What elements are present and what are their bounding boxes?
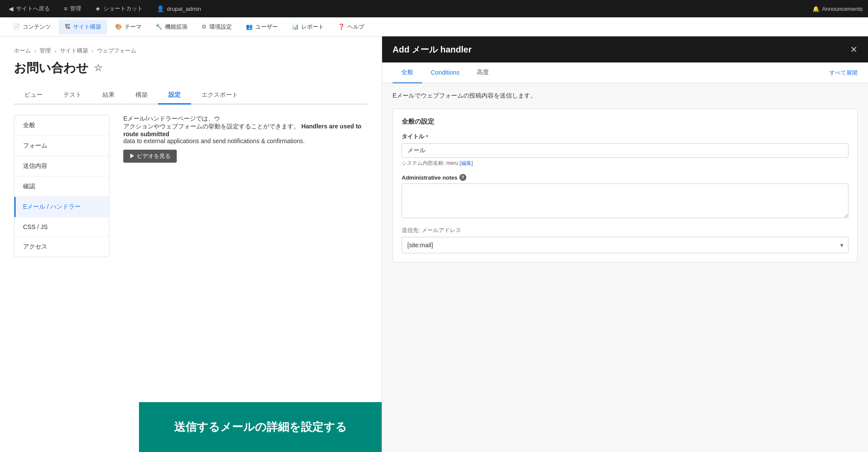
page-title-text: お問い合わせ [14,60,89,76]
menu-icon: ≡ [64,5,67,12]
modal-tabs: 全般 Conditions 高度 すべて展開 [382,62,868,83]
site-structure-icon: 🏗 [65,23,70,30]
help-icon: ❓ [338,23,345,30]
title-input[interactable] [402,143,848,158]
back-to-site-label: サイトへ戻る [16,5,50,13]
breadcrumb-webform[interactable]: ウェブフォーム [97,47,136,55]
section-title: 全般の設定 [402,118,848,126]
env-icon: ⚙ [201,23,207,30]
content-label: コンテンツ [23,23,51,31]
user-label: drupal_admin [167,6,201,12]
theme-label: テーマ [125,23,142,31]
edit-system-name-link[interactable]: 編集 [461,160,472,166]
form-section-general: 全般の設定 タイトル * システム内部名称: meru [編集] [393,108,858,262]
overlay-banner: 送信するメールの詳細を設定する [139,402,382,452]
star-icon: ★ [95,5,101,12]
nav-users[interactable]: 👥 ユーザー [240,20,284,34]
title-label: タイトル * [402,133,848,141]
modal-body: Eメールでウェブフォームの投稿内容を送信します。 全般の設定 タイトル * シス… [382,83,868,452]
close-button[interactable]: ✕ [850,44,858,55]
bell-icon: 🔔 [812,6,819,12]
nav-site-structure[interactable]: 🏗 サイト構築 [59,20,107,34]
description-area: Eメール/ハンドラーページでは、ウ アクションやウェブフォームの挙動を設定するこ… [109,105,368,257]
admin-bar-right: 🔔 Announcements [812,6,863,12]
manage-btn[interactable]: ≡ 管理 [60,3,85,14]
send-address-select[interactable]: [site:mail] カスタム [402,237,848,253]
nav-extensions[interactable]: 🔧 機能拡張 [149,20,194,34]
users-icon: 👥 [246,23,253,30]
reports-icon: 📊 [292,23,299,30]
shortcuts-btn[interactable]: ★ ショートカット [92,3,146,14]
site-structure-label: サイト構築 [73,23,101,31]
nav-reports[interactable]: 📊 レポート [286,20,330,34]
side-menu-access[interactable]: アクセス [14,237,109,257]
side-menu-email-handler[interactable]: Eメール / ハンドラー [14,197,109,217]
side-menu-send-content[interactable]: 送信内容 [14,156,109,177]
user-icon: 👤 [157,5,164,12]
video-btn-label: ▶ ビデオを見る [129,152,171,160]
shortcuts-label: ショートカット [103,5,143,13]
notes-textarea[interactable] [402,183,848,218]
favorite-star-icon[interactable]: ☆ [94,62,102,74]
send-address-section: 送信先: メールアドレス [site:mail] カスタム ▾ [402,226,848,253]
announcements-label: Announcements [822,6,863,12]
manage-label: 管理 [70,5,81,13]
breadcrumb-sep-2: › [54,48,56,54]
tab-view[interactable]: ビュー [14,87,53,105]
required-star: * [426,134,428,140]
nav-content[interactable]: 📄 コンテンツ [7,20,57,34]
tab-results[interactable]: 結果 [92,87,125,105]
tab-settings[interactable]: 設定 [158,87,191,105]
notes-label: Administrative notes ? [402,174,848,181]
help-circle-icon[interactable]: ? [459,174,466,181]
back-icon: ◀ [9,5,13,12]
modal-tab-advanced[interactable]: 高度 [468,62,498,83]
extensions-label: 機能拡張 [165,23,188,31]
breadcrumb-sep-1: › [34,48,36,54]
side-menu-form[interactable]: フォーム [14,136,109,156]
breadcrumb-manage[interactable]: 管理 [40,47,51,55]
side-menu-general[interactable]: 全般 [14,115,109,136]
modal-title: Add メール handler [393,44,472,56]
left-panel: ホーム › 管理 › サイト構築 › ウェブフォーム お問い合わせ ☆ ビュー … [0,36,382,452]
users-label: ユーザー [255,23,278,31]
admin-bar: ◀ サイトへ戻る ≡ 管理 ★ ショートカット 👤 drupal_admin 🔔… [0,0,868,17]
breadcrumb-site-structure[interactable]: サイト構築 [60,47,88,55]
help-label: ヘルプ [347,23,364,31]
tab-test[interactable]: テスト [53,87,92,105]
side-menu-confirm[interactable]: 確認 [14,177,109,197]
nav-env-settings[interactable]: ⚙ 環境設定 [195,20,238,34]
send-address-select-wrapper: [site:mail] カスタム ▾ [402,237,848,253]
nav-theme[interactable]: 🎨 テーマ [109,20,148,34]
back-to-site-btn[interactable]: ◀ サイトへ戻る [5,3,53,14]
breadcrumb: ホーム › 管理 › サイト構築 › ウェブフォーム [14,47,368,55]
modal-header: Add メール handler ✕ [382,36,868,62]
send-address-label: 送信先: メールアドレス [402,226,848,234]
video-button[interactable]: ▶ ビデオを見る [123,150,177,163]
modal-description: Eメールでウェブフォームの投稿内容を送信します。 [393,92,858,100]
breadcrumb-home[interactable]: ホーム [14,47,31,55]
description-part1: Eメール/ハンドラーページでは、ウ [123,115,220,122]
breadcrumb-sep-3: › [92,48,93,54]
description-text: Eメール/ハンドラーページでは、ウ アクションやウェブフォームの挙動を設定するこ… [123,115,368,144]
modal-tab-conditions[interactable]: Conditions [422,63,468,83]
user-btn[interactable]: 👤 drupal_admin [153,3,205,14]
right-panel: Add メール handler ✕ 全般 Conditions 高度 すべて展開… [382,36,868,452]
modal-tab-general[interactable]: 全般 [393,62,422,83]
system-name: システム内部名称: meru [編集] [402,160,848,167]
announcements-btn[interactable]: 🔔 Announcements [812,6,863,12]
theme-icon: 🎨 [115,23,122,30]
overlay-banner-text: 送信するメールの詳細を設定する [174,419,347,435]
page-title: お問い合わせ ☆ [14,60,368,76]
page-tabs: ビュー テスト 結果 構築 設定 エクスポート [14,87,368,105]
content-area: 全般 フォーム 送信内容 確認 Eメール / ハンドラー CSS / JS アク… [14,105,368,257]
admin-bar-left: ◀ サイトへ戻る ≡ 管理 ★ ショートカット 👤 drupal_admin [5,3,809,14]
secondary-nav: 📄 コンテンツ 🏗 サイト構築 🎨 テーマ 🔧 機能拡張 ⚙ 環境設定 👥 ユー… [0,17,868,36]
main-layout: ホーム › 管理 › サイト構築 › ウェブフォーム お問い合わせ ☆ ビュー … [0,36,868,452]
side-menu-css-js[interactable]: CSS / JS [14,217,109,237]
tab-build[interactable]: 構築 [125,87,158,105]
tab-export[interactable]: エクスポート [191,87,248,105]
expand-all-btn[interactable]: すべて展開 [829,69,858,77]
side-menu: 全般 フォーム 送信内容 確認 Eメール / ハンドラー CSS / JS アク… [14,115,109,257]
nav-help[interactable]: ❓ ヘルプ [332,20,370,34]
